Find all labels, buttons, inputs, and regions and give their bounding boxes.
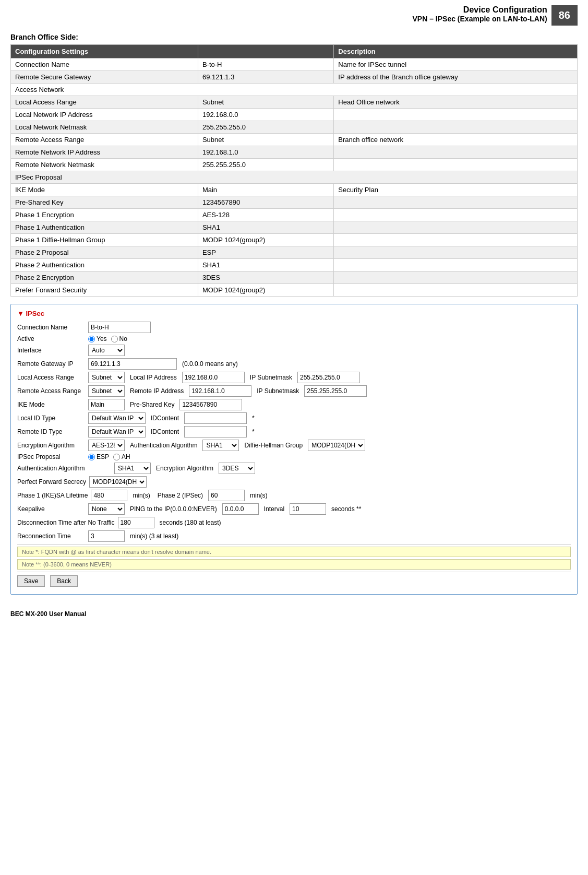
local-access-select[interactable]: Subnet [88, 372, 125, 383]
table-value-cell: 69.121.1.3 [198, 71, 333, 84]
remote-ip-label: Remote IP Address [130, 387, 184, 395]
remote-gateway-input[interactable] [88, 358, 177, 370]
active-no-label[interactable]: No [111, 335, 127, 342]
remote-id-content-input[interactable] [184, 426, 247, 438]
table-value-cell: Main [198, 184, 333, 196]
table-setting-cell: Phase 1 Encryption [11, 209, 198, 221]
table-row: Phase 1 Diffie-Hellman GroupMODP 1024(gr… [11, 234, 578, 246]
table-setting-cell: Connection Name [11, 58, 198, 71]
table-setting-cell: Phase 2 Proposal [11, 246, 198, 259]
disc-input[interactable] [118, 517, 154, 528]
local-subnet-input[interactable] [297, 372, 360, 383]
local-id-label: Local ID Type [17, 415, 85, 422]
esp-auth-algo-select[interactable]: SHA1 [114, 463, 151, 474]
keepalive-row: Keepalive None PING to the IP(0.0.0.0:NE… [17, 503, 571, 515]
table-value-cell: Subnet [198, 134, 333, 146]
ike-mode-input[interactable] [88, 399, 125, 410]
interface-select[interactable]: Auto [88, 345, 125, 356]
table-row: Remote Secure Gateway69.121.1.3IP addres… [11, 71, 578, 84]
recon-input[interactable] [88, 530, 125, 542]
esp-enc-algo-select[interactable]: 3DES [219, 463, 255, 474]
remote-id-select[interactable]: Default Wan IP [88, 426, 146, 438]
pfs-row: Perfect Forward Secrecy MODP1024(DH2) [17, 476, 571, 488]
esp-radio[interactable] [88, 454, 95, 460]
remote-ip-input[interactable] [189, 385, 251, 397]
preshared-input[interactable] [179, 399, 242, 410]
phase1-lifetime-input[interactable] [91, 490, 127, 501]
ah-radio[interactable] [113, 454, 120, 460]
table-value-cell: B-to-H [198, 58, 333, 71]
table-row: Phase 2 ProposalESP [11, 246, 578, 259]
table-desc-cell [334, 209, 578, 221]
col-desc: Description [334, 45, 578, 58]
table-value-cell: 255.255.255.0 [198, 121, 333, 134]
active-row: Active Yes No [17, 335, 571, 342]
remote-gateway-note: (0.0.0.0 means any) [182, 360, 238, 368]
table-setting-cell: Remote Access Range [11, 134, 198, 146]
ping-input[interactable] [222, 503, 259, 515]
table-desc-cell [334, 284, 578, 297]
phase1-lifetime-unit: min(s) [133, 492, 150, 499]
connection-name-label: Connection Name [17, 324, 85, 331]
disc-row: Disconnection Time after No Traffic seco… [17, 517, 571, 528]
table-value-cell: 192.168.1.0 [198, 146, 333, 159]
table-desc-cell: IP address of the Branch office gateway [334, 71, 578, 84]
active-yes-label[interactable]: Yes [88, 335, 107, 342]
connection-name-input[interactable] [88, 322, 151, 333]
ah-label[interactable]: AH [113, 453, 130, 460]
table-value-cell: ESP [198, 246, 333, 259]
table-setting-cell: Phase 2 Encryption [11, 271, 198, 284]
interval-input[interactable] [290, 503, 326, 515]
local-ip-input[interactable] [182, 372, 245, 383]
table-desc-cell [334, 196, 578, 209]
table-setting-cell: Local Network IP Address [11, 109, 198, 121]
local-id-content-label: IDContent [151, 415, 179, 422]
page-footer: BEC MX-200 User Manual [10, 610, 578, 618]
remote-access-row: Remote Access Range Subnet Remote IP Add… [17, 385, 571, 397]
local-id-content-input[interactable] [184, 412, 247, 424]
auth-algo-select[interactable]: SHA1 [202, 440, 239, 451]
lifetime-row: Phase 1 (IKE)SA Lifetime min(s) Phase 2 … [17, 490, 571, 501]
table-desc-cell [334, 234, 578, 246]
local-access-row: Local Access Range Subnet Local IP Addre… [17, 372, 571, 383]
ipsec-proposal-row: IPSec Proposal ESP AH [17, 453, 571, 460]
phase2-input[interactable] [208, 490, 245, 501]
keepalive-select[interactable]: None [88, 503, 125, 515]
section-heading: Branch Office Side: [10, 33, 578, 41]
remote-id-star: * [252, 428, 255, 435]
active-yes-radio[interactable] [88, 336, 95, 342]
remote-access-label: Remote Access Range [17, 387, 85, 395]
table-value-cell: SHA1 [198, 221, 333, 234]
active-radio-group: Yes No [88, 335, 127, 342]
local-id-row: Local ID Type Default Wan IP IDContent * [17, 412, 571, 424]
recon-unit: min(s) (3 at least) [130, 533, 178, 540]
phase2-label: Phase 2 (IPSec) [158, 492, 203, 499]
ipsec-panel-title: ▼ IPSec [17, 310, 571, 317]
local-id-select[interactable]: Default Wan IP [88, 412, 146, 424]
recon-row: Reconnection Time min(s) (3 at least) [17, 530, 571, 542]
active-no-radio[interactable] [111, 336, 118, 342]
save-button[interactable]: Save [17, 575, 45, 587]
dh-group-select[interactable]: MODP1024(DH2) [308, 440, 365, 451]
ipsec-panel: ▼ IPSec Connection Name Active Yes No In… [10, 304, 578, 595]
back-button[interactable]: Back [50, 575, 78, 587]
ipsec-proposal-label: IPSec Proposal [17, 453, 85, 460]
local-subnet-label: IP Subnetmask [250, 374, 292, 381]
enc-algo-select[interactable]: AES-128 [88, 440, 125, 451]
table-setting-cell: IKE Mode [11, 184, 198, 196]
table-value-cell: SHA1 [198, 259, 333, 271]
table-row: Phase 2 Encryption3DES [11, 271, 578, 284]
note1: Note *: FQDN with @ as first character m… [17, 547, 571, 557]
remote-id-content-label: IDContent [151, 428, 179, 435]
table-desc-cell [334, 259, 578, 271]
esp-label[interactable]: ESP [88, 453, 109, 460]
remote-subnet-input[interactable] [304, 385, 367, 397]
pfs-select[interactable]: MODP1024(DH2) [89, 476, 147, 488]
remote-access-select[interactable]: Subnet [88, 385, 125, 397]
table-section-cell: IPSec Proposal [11, 171, 578, 184]
table-desc-cell: Security Plan [334, 184, 578, 196]
table-row: Phase 1 AuthenticationSHA1 [11, 221, 578, 234]
recon-label: Reconnection Time [17, 533, 85, 540]
esp-auth-enc-row: Authentication Algorithm SHA1 Encryption… [17, 463, 571, 474]
interface-row: Interface Auto [17, 345, 571, 356]
